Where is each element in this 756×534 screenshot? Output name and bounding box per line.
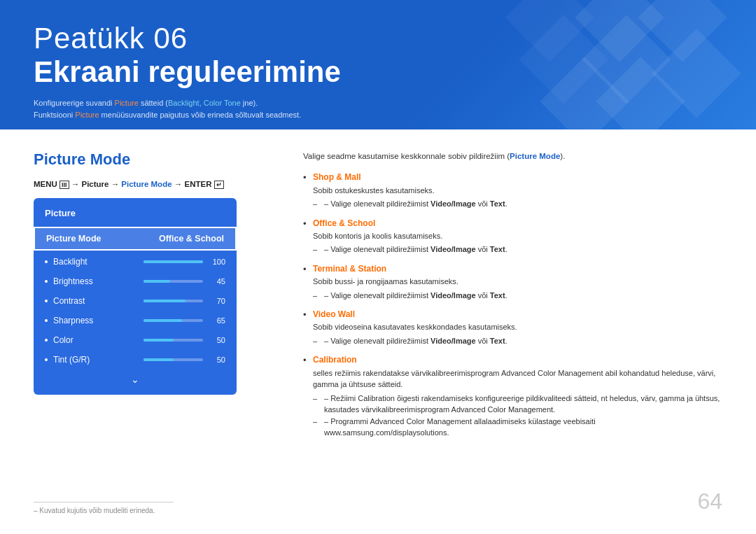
picture-panel: Picture Picture Mode Office & School Bac… [34,198,237,395]
slider-value: 50 [209,336,225,344]
sub-item: – Valige olenevalt pildirežiimist Video/… [313,335,722,347]
panel-selected-label: Picture Mode [46,234,102,244]
panel-rows: Backlight 100 Brightness 45 Contrast [34,252,237,370]
sub-bold2: Text [490,337,505,345]
intro-end: ). [560,152,565,160]
feature-list: Shop & MallSobib ostukeskustes kasutamis… [303,171,722,438]
slider-fill [144,280,170,283]
footer-note: – Kuvatud kujutis võib mudeliti erineda. [34,502,174,514]
item-desc: Sobib videoseina kasutavates keskkondade… [313,321,722,333]
sub-list: – Režiimi Calibration õigesti rakendamis… [313,393,722,439]
item-title: Video Wall [313,309,355,319]
desc1-highlight2: Backlight, Color Tone [168,99,241,107]
chevron-down-icon[interactable]: ⌄ [34,374,237,385]
intro-highlight: Picture Mode [510,152,560,160]
header-bg-decoration [476,0,756,129]
bullet-dot [45,260,48,263]
item-title: Shop & Mall [313,172,361,182]
page-number: 64 [697,489,722,514]
sub-bold: Video/Image [430,291,476,300]
slider-fill [144,339,174,342]
panel-selected-row[interactable]: Picture Mode Office & School [34,227,237,251]
sub-bold: Video/Image [430,245,476,253]
right-column: Valige seadme kasutamise keskkonnale sob… [303,150,722,534]
bullet-dot [45,280,48,283]
bullet-dot [45,339,48,342]
slider-bar [144,300,203,302]
sub-item: – Valige olenevalt pildirežiimist Video/… [313,244,722,255]
bullet-dot [45,319,48,322]
panel-row-label: Contrast [45,296,85,306]
item-title: Office & School [313,218,375,228]
slider-value: 65 [209,316,225,325]
list-item: Video WallSobib videoseina kasutavates k… [303,308,722,346]
panel-row[interactable]: Color 50 [34,330,237,350]
footer: – Kuvatud kujutis võib mudeliti erineda.… [0,489,756,514]
menu-path-highlight: Picture Mode [121,180,172,188]
sub-list: – Valige olenevalt pildirežiimist Video/… [313,335,722,347]
sub-item: – Režiimi Calibration õigesti rakendamis… [313,393,722,416]
panel-row-label: Brightness [45,276,93,286]
bullet-dot [45,358,48,361]
section-title: Picture Mode [34,150,275,169]
slider-container: 100 [144,258,225,266]
slider-value: 100 [209,258,225,266]
main-content: Picture Mode MENU III → Picture → Pictur… [0,129,756,534]
panel-header: Picture [34,205,237,225]
panel-row[interactable]: Sharpness 65 [34,311,237,330]
list-item: Terminal & StationSobib bussi- ja rongij… [303,262,722,301]
page-header: Peatükk 06 Ekraani reguleerimine Konfigu… [0,0,756,129]
panel-selected-value: Office & School [159,234,224,244]
intro-paragraph: Valige seadme kasutamise keskkonnale sob… [303,150,722,162]
list-item: Shop & MallSobib ostukeskustes kasutamis… [303,171,722,209]
panel-row-label: Tint (G/R) [45,355,90,365]
panel-row[interactable]: Contrast 70 [34,291,237,311]
slider-bar [144,280,203,283]
panel-row[interactable]: Tint (G/R) 50 [34,350,237,370]
desc2-text: Funktsiooni [34,111,75,119]
panel-row[interactable]: Backlight 100 [34,252,237,272]
sub-item: – Valige olenevalt pildirežiimist Video/… [313,290,722,302]
sub-bold2: Text [490,245,505,253]
slider-fill [144,358,174,361]
slider-bar [144,339,203,342]
item-title: Calibration [313,355,357,365]
list-item: Office & SchoolSobib kontoris ja koolis … [303,217,722,255]
sub-bold2: Text [490,199,505,208]
slider-container: 65 [144,316,225,325]
slider-bar [144,319,203,322]
list-item: Calibrationselles režiimis rakendatakse … [303,353,722,438]
sub-bold: Video/Image [430,337,476,345]
sub-item: – Programmi Advanced Color Management al… [313,416,722,439]
menu-path: MENU III → Picture → Picture Mode → ENTE… [34,180,275,188]
slider-fill [144,260,203,263]
intro-text: Valige seadme kasutamise keskkonnale sob… [303,152,510,160]
desc1-mid: sätteid ( [139,99,168,107]
desc1-text: Konfigureerige suvandi [34,99,115,107]
desc1-highlight1: Picture [115,99,139,107]
menu-prefix: MENU [34,180,59,188]
slider-value: 50 [209,356,225,364]
sub-item: – Valige olenevalt pildirežiimist Video/… [313,198,722,210]
desc2-end: menüüsuvandite paigutus võib erineda sõl… [99,111,302,119]
slider-fill [144,300,186,302]
panel-row-label: Sharpness [45,316,93,325]
slider-value: 70 [209,297,225,305]
desc2-highlight: Picture [75,111,99,119]
menu-path-end: → ENTER [172,180,214,188]
sub-list: – Valige olenevalt pildirežiimist Video/… [313,244,722,255]
slider-bar [144,260,203,263]
sub-list: – Valige olenevalt pildirežiimist Video/… [313,290,722,302]
sub-list: – Valige olenevalt pildirežiimist Video/… [313,198,722,210]
slider-container: 50 [144,356,225,364]
item-desc: Sobib bussi- ja rongijaamas kasutamiseks… [313,276,722,288]
sub-bold2: Text [490,291,505,300]
slider-bar [144,358,203,361]
item-desc: selles režiimis rakendatakse värvikalibr… [313,367,722,391]
slider-fill [144,319,182,322]
sub-bold: Video/Image [430,199,476,208]
desc1-end: jne). [241,99,258,107]
panel-row[interactable]: Brightness 45 [34,272,237,291]
item-desc: Sobib kontoris ja koolis kasutamiseks. [313,230,722,242]
panel-row-label: Backlight [45,257,88,267]
